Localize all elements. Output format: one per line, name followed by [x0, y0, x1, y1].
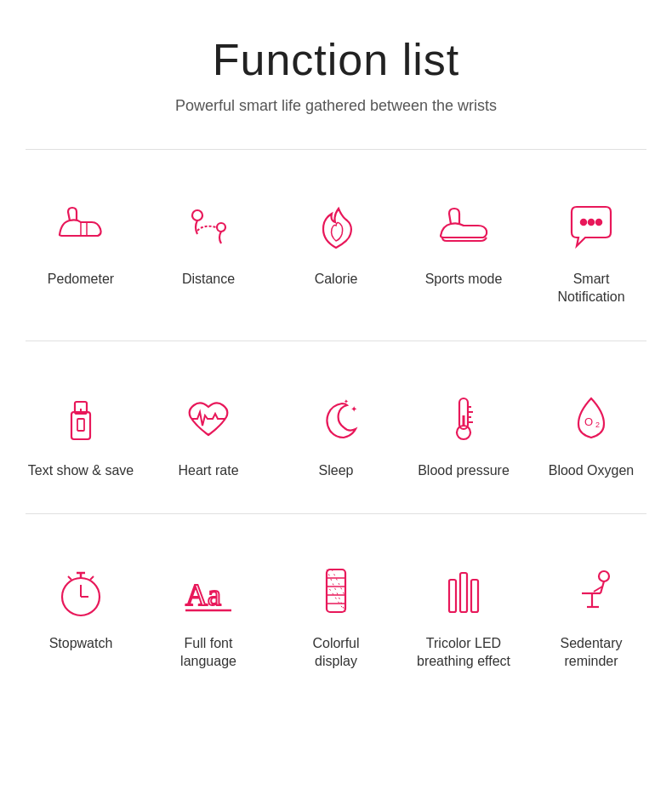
feature-blood-oxygen: O 2 Blood Oxygen	[536, 384, 646, 480]
feature-smart-notification: SmartNotification	[536, 192, 646, 306]
page-header: Function list Powerful smart life gather…	[0, 0, 672, 132]
calorie-icon	[302, 192, 370, 260]
svg-rect-39	[471, 580, 478, 612]
blood-oxygen-label: Blood Oxygen	[549, 462, 635, 480]
function-row-3: Stopwatch Aa Full fontlanguage	[0, 531, 672, 688]
divider-2	[26, 341, 646, 341]
svg-rect-5	[71, 412, 90, 439]
svg-text:2: 2	[595, 421, 600, 429]
distance-icon	[174, 192, 242, 260]
smart-notification-label: SmartNotification	[557, 271, 624, 306]
feature-full-font: Aa Full fontlanguage	[153, 557, 264, 671]
sports-mode-icon	[430, 192, 498, 260]
sleep-icon: ✦ ✦	[302, 384, 370, 452]
svg-point-0	[192, 210, 202, 220]
feature-colorful-display: Colorfuldisplay	[281, 557, 391, 671]
feature-distance: Distance	[153, 192, 264, 289]
page-title: Function list	[17, 34, 655, 85]
full-font-icon: Aa	[174, 557, 242, 625]
tricolor-led-label: Tricolor LEDbreathing effect	[417, 635, 510, 671]
svg-rect-38	[460, 573, 467, 612]
heart-rate-label: Heart rate	[178, 462, 238, 480]
full-font-label: Full fontlanguage	[180, 635, 236, 671]
calorie-label: Calorie	[315, 271, 358, 289]
sports-mode-label: Sports mode	[425, 271, 503, 289]
svg-text:✦: ✦	[350, 404, 357, 414]
feature-tricolor-led: Tricolor LEDbreathing effect	[408, 557, 519, 671]
svg-line-36	[327, 585, 345, 612]
svg-rect-29	[327, 569, 345, 612]
sedentary-reminder-icon	[557, 557, 625, 625]
distance-label: Distance	[182, 271, 235, 289]
sedentary-reminder-label: Sedentaryreminder	[561, 635, 623, 671]
svg-line-34	[327, 569, 345, 612]
feature-sedentary-reminder: Sedentaryreminder	[536, 557, 646, 671]
svg-rect-7	[77, 419, 84, 431]
svg-text:O: O	[584, 415, 593, 428]
function-row-1: Pedometer Distance Calorie	[0, 167, 672, 323]
feature-pedometer: Pedometer	[26, 192, 136, 289]
divider-3	[26, 513, 646, 514]
feature-heart-rate: Heart rate	[153, 384, 264, 480]
pedometer-icon	[47, 192, 115, 260]
blood-pressure-label: Blood pressure	[418, 462, 510, 480]
smart-notification-icon	[557, 192, 625, 260]
svg-point-4	[596, 220, 601, 225]
svg-point-40	[599, 571, 609, 581]
feature-sports-mode: Sports mode	[408, 192, 519, 289]
colorful-display-label: Colorfuldisplay	[312, 635, 359, 671]
blood-pressure-icon	[430, 384, 498, 452]
page-subtitle: Powerful smart life gathered between the…	[17, 97, 655, 115]
svg-line-35	[332, 569, 345, 597]
svg-point-2	[581, 220, 586, 225]
svg-line-26	[90, 576, 94, 580]
feature-stopwatch: Stopwatch	[26, 557, 136, 653]
heart-rate-icon	[174, 384, 242, 452]
svg-point-1	[217, 223, 225, 232]
sleep-label: Sleep	[319, 462, 354, 480]
svg-line-25	[68, 576, 71, 580]
stopwatch-icon	[47, 557, 115, 625]
svg-text:✦: ✦	[344, 398, 349, 404]
feature-sleep: ✦ ✦ Sleep	[281, 384, 391, 480]
colorful-display-icon	[302, 557, 370, 625]
text-show-save-icon	[47, 384, 115, 452]
pedometer-label: Pedometer	[48, 271, 114, 289]
feature-blood-pressure: Blood pressure	[408, 384, 519, 480]
svg-rect-37	[449, 580, 456, 612]
text-show-save-label: Text show & save	[28, 462, 134, 480]
svg-text:Aa: Aa	[185, 578, 221, 612]
feature-calorie: Calorie	[281, 192, 391, 289]
divider-1	[26, 149, 646, 150]
svg-point-12	[457, 426, 470, 439]
function-row-2: Text show & save Heart rate ✦ ✦ Sleep	[0, 358, 672, 497]
blood-oxygen-icon: O 2	[557, 384, 625, 452]
tricolor-led-icon	[430, 557, 498, 625]
svg-point-3	[589, 220, 594, 225]
feature-text-show-save: Text show & save	[26, 384, 136, 480]
stopwatch-label: Stopwatch	[49, 635, 113, 653]
